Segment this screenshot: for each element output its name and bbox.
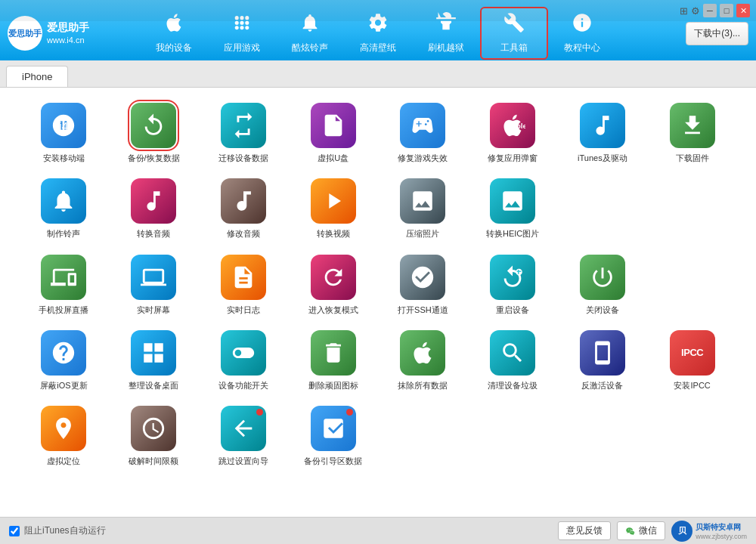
itunes-checkbox[interactable] xyxy=(9,526,20,536)
tool-install-mobile[interactable]: i4 安装移动端 xyxy=(23,103,105,163)
brand-logo: 贝 xyxy=(671,521,692,542)
tool-icon-open-ssh xyxy=(400,255,445,300)
tool-label-organize-desktop: 整理设备桌面 xyxy=(129,380,178,391)
tool-label-install-mobile: 安装移动端 xyxy=(43,153,85,163)
tool-label-convert-audio: 转换音频 xyxy=(137,228,170,239)
itunes-label: 阻止iTunes自动运行 xyxy=(24,524,106,537)
tool-icon-deactivate xyxy=(580,330,625,376)
header-right: 下载中(3)... xyxy=(650,22,748,45)
tool-icon-wipe-data xyxy=(400,330,445,376)
close-button[interactable]: ✕ xyxy=(736,4,750,17)
nav-label-app-game: 应用游戏 xyxy=(224,42,260,54)
tool-icon-skip-setup xyxy=(221,406,266,451)
tool-icon-real-log xyxy=(221,255,266,300)
svg-text:i4: i4 xyxy=(60,120,68,132)
tool-icon-organize-desktop xyxy=(131,330,176,376)
tool-label-virtual-location: 虚拟定位 xyxy=(47,456,80,466)
tool-icon-install-ipcc: IPCC xyxy=(670,330,715,376)
tool-label-migrate-data: 迁移设备数据 xyxy=(218,153,268,163)
nav-label-tutorial: 教程中心 xyxy=(564,42,600,54)
tool-clean-junk[interactable]: 清理设备垃圾 xyxy=(472,330,554,391)
tool-label-deactivate: 反激活设备 xyxy=(581,380,623,391)
tool-device-toggle[interactable]: 设备功能开关 xyxy=(203,330,285,391)
tool-label-wipe-data: 抹除所有数据 xyxy=(398,380,448,391)
tool-label-virtual-udisk: 虚拟U盘 xyxy=(318,153,349,163)
ipcc-text-label: IPCC xyxy=(681,347,703,358)
nav-label-toolbox: 工具箱 xyxy=(500,42,528,54)
tool-recovery-mode[interactable]: 进入恢复模式 xyxy=(292,255,374,315)
tool-label-backup-guide: 备份引导区数据 xyxy=(304,456,362,466)
tool-itunes-driver[interactable]: iTunes及驱动 xyxy=(562,103,644,163)
footer: 阻止iTunes自动运行 意见反馈 微信 贝 贝斯特安卓网 www.zjbsty… xyxy=(0,517,756,544)
tool-make-ringtone[interactable]: 制作铃声 xyxy=(23,178,105,239)
tool-delete-icon[interactable]: 删除顽固图标 xyxy=(292,330,374,391)
tool-restart-device[interactable]: 重启设备 xyxy=(472,255,554,315)
tool-virtual-udisk[interactable]: 虚拟U盘 xyxy=(292,103,374,163)
tool-screen-cast[interactable]: 手机投屏直播 xyxy=(23,255,105,315)
tool-label-skip-setup: 跳过设置向导 xyxy=(218,456,268,466)
tab-iphone[interactable]: iPhone xyxy=(6,66,68,87)
tool-break-time-limit[interactable]: 破解时间限额 xyxy=(113,406,195,466)
tool-compress-photo[interactable]: 压缩照片 xyxy=(382,178,464,239)
tool-block-ios-update[interactable]: 屏蔽iOS更新 xyxy=(23,330,105,391)
tool-label-clean-junk: 清理设备垃圾 xyxy=(488,380,538,391)
maximize-button[interactable]: □ xyxy=(720,4,733,17)
tool-label-recovery-mode: 进入恢复模式 xyxy=(308,304,358,315)
tool-real-log[interactable]: 实时日志 xyxy=(203,255,285,315)
tool-icon-migrate-data xyxy=(221,103,266,148)
app-name: 爱思助手 xyxy=(47,20,89,36)
footer-brand: 贝 贝斯特安卓网 www.zjbstyy.com xyxy=(671,521,747,542)
tool-icon-device-toggle xyxy=(221,330,266,376)
main-content: i4 安装移动端 备份/恢复数据 迁移设备数据 虚拟U盘 xyxy=(0,88,756,517)
tool-label-itunes-driver: iTunes及驱动 xyxy=(578,153,627,163)
tool-download-firmware[interactable]: 下载固件 xyxy=(651,103,733,163)
feedback-button[interactable]: 意见反馈 xyxy=(558,521,611,540)
tool-fix-game[interactable]: 修复游戏失效 xyxy=(382,103,464,163)
wechat-label: 微信 xyxy=(639,524,657,537)
logo-text: 爱思助手 xyxy=(8,28,42,39)
tool-shutdown-device[interactable]: 关闭设备 xyxy=(562,255,644,315)
logo-info: 爱思助手 www.i4.cn xyxy=(47,20,89,47)
tool-convert-heic[interactable]: 转换HEIC图片 xyxy=(472,178,554,239)
tool-label-shutdown-device: 关闭设备 xyxy=(586,304,619,315)
tool-label-open-ssh: 打开SSH通道 xyxy=(398,304,448,315)
tool-icon-delete-icon xyxy=(311,330,356,376)
badge-backup-guide xyxy=(346,409,353,416)
tool-label-restart-device: 重启设备 xyxy=(496,304,529,315)
tool-icon-clean-junk xyxy=(490,330,535,376)
tool-migrate-data[interactable]: 迁移设备数据 xyxy=(203,103,285,163)
download-button[interactable]: 下载中(3)... xyxy=(686,22,748,45)
tool-label-edit-audio: 修改音频 xyxy=(227,228,260,239)
brand-name: 贝斯特安卓网 xyxy=(696,522,747,533)
tool-icon-make-ringtone xyxy=(41,178,86,224)
tool-icon-compress-photo xyxy=(400,178,445,224)
tool-fix-popup[interactable]: AppleID 修复应用弹窗 xyxy=(472,103,554,163)
tool-open-ssh[interactable]: 打开SSH通道 xyxy=(382,255,464,315)
tool-real-screen[interactable]: 实时屏幕 xyxy=(113,255,195,315)
wechat-button[interactable]: 微信 xyxy=(617,521,665,540)
tool-convert-video[interactable]: 转换视频 xyxy=(292,178,374,239)
tool-icon-edit-audio xyxy=(221,178,266,224)
tool-wipe-data[interactable]: 抹除所有数据 xyxy=(382,330,464,391)
nav-label-wallpaper: 高清壁纸 xyxy=(360,42,396,54)
tool-icon-convert-heic xyxy=(490,178,535,224)
tool-deactivate[interactable]: 反激活设备 xyxy=(562,330,644,391)
nav-label-my-device: 我的设备 xyxy=(156,42,192,54)
tool-edit-audio[interactable]: 修改音频 xyxy=(203,178,285,239)
tool-organize-desktop[interactable]: 整理设备桌面 xyxy=(113,330,195,391)
tool-icon-fix-popup: AppleID xyxy=(490,103,535,148)
minimize-button[interactable]: ─ xyxy=(703,4,717,17)
tool-icon-virtual-location xyxy=(41,406,86,451)
nav-label-jailbreak: 刷机越狱 xyxy=(428,42,464,54)
tool-convert-audio[interactable]: 转换音频 xyxy=(113,178,195,239)
tool-label-block-ios-update: 屏蔽iOS更新 xyxy=(40,380,87,391)
tool-label-fix-game: 修复游戏失效 xyxy=(398,153,448,163)
tool-install-ipcc[interactable]: IPCC 安装IPCC xyxy=(651,330,733,391)
tool-label-device-toggle: 设备功能开关 xyxy=(218,380,268,391)
tool-label-break-time-limit: 破解时间限额 xyxy=(129,456,178,466)
tool-skip-setup[interactable]: 跳过设置向导 xyxy=(203,406,285,466)
tool-backup-restore[interactable]: 备份/恢复数据 xyxy=(113,103,195,163)
tool-backup-guide[interactable]: 备份引导区数据 xyxy=(292,406,374,466)
tool-virtual-location[interactable]: 虚拟定位 xyxy=(23,406,105,466)
tool-icon-block-ios-update xyxy=(41,330,86,376)
